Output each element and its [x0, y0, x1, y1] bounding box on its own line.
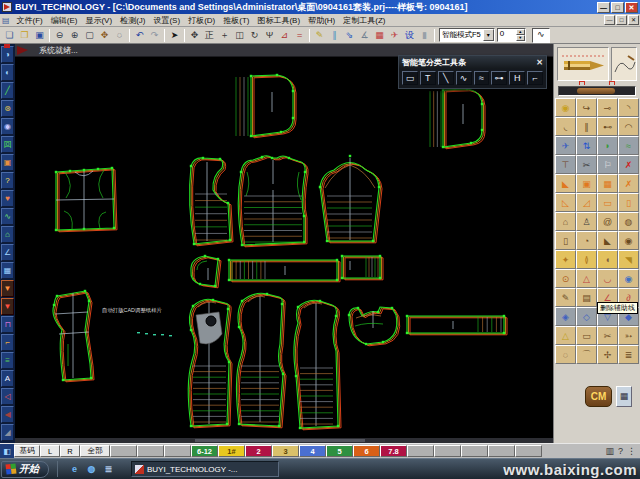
quick-launch-icon-3[interactable]: ≣: [102, 463, 115, 476]
curve-tool[interactable]: ∿: [456, 71, 472, 85]
smart-mode-combobox[interactable]: 智能模式F5 ▾: [439, 28, 495, 42]
tool-tile-20[interactable]: ✗: [618, 174, 639, 193]
tool-tile-42[interactable]: ▤: [576, 288, 597, 307]
tool-tile-14[interactable]: ✂: [576, 155, 597, 174]
settings-tool-icon[interactable]: 设: [402, 28, 417, 43]
new-file-icon[interactable]: ❏: [2, 28, 17, 43]
pattern-piece-skirt-panel-3[interactable]: [294, 300, 341, 430]
tool-tile-2[interactable]: ↪: [576, 98, 597, 117]
spin-down-icon[interactable]: ▼: [516, 35, 525, 41]
mirror-tool-icon[interactable]: ◫: [232, 28, 247, 43]
align-tool-icon[interactable]: 正: [202, 28, 217, 43]
tool-tile-56[interactable]: ≣: [618, 345, 639, 364]
fork-tool-icon[interactable]: Ψ: [262, 28, 277, 43]
quick-launch-icon-2[interactable]: ◍: [85, 463, 98, 476]
left-tool-15[interactable]: ▼: [1, 298, 14, 315]
tool-tile-6[interactable]: ∥: [576, 117, 597, 136]
menu-item-定制工具Z[interactable]: 定制工具(Z): [339, 15, 389, 26]
tool-tile-26[interactable]: ♙: [576, 212, 597, 231]
tool-tile-54[interactable]: ⌒: [576, 345, 597, 364]
fit-screen-icon[interactable]: ▢: [82, 28, 97, 43]
tool-tile-10[interactable]: ⇅: [576, 136, 597, 155]
save-icon[interactable]: ▣: [32, 28, 47, 43]
printer-icon[interactable]: ▥: [605, 446, 614, 456]
tool-tile-30[interactable]: ◔: [576, 231, 597, 250]
tool-tile-28[interactable]: ◍: [618, 212, 639, 231]
size-cell-empty[interactable]: [461, 445, 488, 457]
redo-icon[interactable]: ↷: [147, 28, 162, 43]
mode-value[interactable]: 0: [498, 29, 516, 41]
chevron-down-icon[interactable]: ▾: [483, 29, 494, 41]
size-cell-empty[interactable]: [137, 445, 164, 457]
maximize-button[interactable]: □: [611, 2, 624, 13]
curve-points-tool[interactable]: ≈: [474, 71, 490, 85]
tool-tile-7[interactable]: ⊷: [597, 117, 618, 136]
tool-tile-45[interactable]: ◈: [555, 307, 576, 326]
parallel-tool-icon[interactable]: ＝: [292, 28, 307, 43]
mdi-close-button[interactable]: ✕: [628, 15, 639, 25]
smart-pen-toolbar[interactable]: 智能笔分类工具条 ✕ ▭T╲∿≈⊶H⌐: [398, 55, 547, 89]
size-cell-2[interactable]: 2: [245, 445, 272, 457]
left-tool-17[interactable]: ⌐: [1, 334, 14, 351]
tool-tile-17[interactable]: ◣: [555, 174, 576, 193]
taskbar-task-button[interactable]: BUYI_TECHNOLOGY -...: [131, 461, 279, 477]
tool-tile-49[interactable]: △: [555, 326, 576, 345]
menu-item-设置S[interactable]: 设置(S): [149, 15, 184, 26]
zoom-in-icon[interactable]: ⊕: [67, 28, 82, 43]
pattern-piece-front-bodice[interactable]: [238, 156, 308, 247]
arrow-line-icon[interactable]: ⇘: [342, 28, 357, 43]
add-point-icon[interactable]: ＋: [217, 28, 232, 43]
more-icon[interactable]: ⋮: [627, 446, 636, 456]
pattern-piece-elbow-piece[interactable]: [191, 255, 221, 288]
pen-sketch-image[interactable]: [611, 47, 637, 81]
close-icon[interactable]: ✕: [536, 59, 543, 67]
pan-icon[interactable]: ✥: [97, 28, 112, 43]
menu-item-打板D[interactable]: 打板(D): [184, 15, 219, 26]
undo-icon[interactable]: ↶: [132, 28, 147, 43]
size-cell-6[interactable]: 6: [353, 445, 380, 457]
left-toolbar-overflow-icon[interactable]: ◧: [0, 444, 14, 459]
left-tool-1[interactable]: ◑: [1, 46, 14, 63]
quick-launch-icon-1[interactable]: e: [68, 463, 81, 476]
left-tool-5[interactable]: ◉: [1, 118, 14, 135]
tool-tile-15[interactable]: ⚐: [597, 155, 618, 174]
left-tool-21[interactable]: ◀: [1, 406, 14, 423]
left-tool-6[interactable]: 回: [1, 136, 14, 153]
measure-tool-icon[interactable]: ∡: [357, 28, 372, 43]
rotate-tool-icon[interactable]: ↻: [247, 28, 262, 43]
tool-tile-40[interactable]: ◉: [618, 269, 639, 288]
open-file-icon[interactable]: ❐: [17, 28, 32, 43]
tool-tile-3[interactable]: ⊸: [597, 98, 618, 117]
dart-tool-icon[interactable]: ✈: [387, 28, 402, 43]
t-shape-tool[interactable]: T: [420, 71, 436, 85]
size-cell-empty[interactable]: [488, 445, 515, 457]
tool-tile-22[interactable]: ◿: [576, 193, 597, 212]
tool-tile-36[interactable]: ◥: [618, 250, 639, 269]
left-tool-9[interactable]: ♥: [1, 190, 14, 207]
pattern-piece-pants-piece[interactable]: [53, 290, 94, 382]
angle-tool-icon[interactable]: ⊿: [277, 28, 292, 43]
menu-item-帮助H[interactable]: 帮助(H): [304, 15, 339, 26]
size-cell-5[interactable]: 5: [326, 445, 353, 457]
pattern-piece-pocket-a[interactable]: [236, 74, 296, 138]
pencil-tool-icon[interactable]: ✎: [312, 28, 327, 43]
tool-tile-12[interactable]: ≈: [618, 136, 639, 155]
size-cell-基码[interactable]: 基码: [14, 445, 40, 457]
drawing-canvas[interactable]: 系统就绪... 自动打版CAD调整纸样片 智能笔分类工具条 ✕ ▭T╲∿≈⊶H⌐: [15, 44, 553, 443]
mode-value-spinner[interactable]: 0 ▲ ▼: [497, 28, 526, 42]
color-grid-icon[interactable]: ▦: [372, 28, 387, 43]
left-tool-7[interactable]: ▣: [1, 154, 14, 171]
pattern-piece-waistband[interactable]: [406, 315, 507, 335]
pattern-piece-collar-piece[interactable]: [348, 307, 400, 346]
tool-tile-19[interactable]: ▦: [597, 174, 618, 193]
tool-tile-11[interactable]: ◗: [597, 136, 618, 155]
pen-preview-image[interactable]: [557, 47, 609, 81]
left-tool-13[interactable]: ▦: [1, 262, 14, 279]
slider-thumb[interactable]: [577, 88, 615, 94]
tool-tile-5[interactable]: ◟: [555, 117, 576, 136]
line-tool[interactable]: ╲: [438, 71, 454, 85]
hatch-tool-icon[interactable]: ∥: [327, 28, 342, 43]
left-tool-14[interactable]: ▼: [1, 280, 14, 297]
size-cell-7.8[interactable]: 7.8: [380, 445, 407, 457]
size-cell-empty[interactable]: [164, 445, 191, 457]
